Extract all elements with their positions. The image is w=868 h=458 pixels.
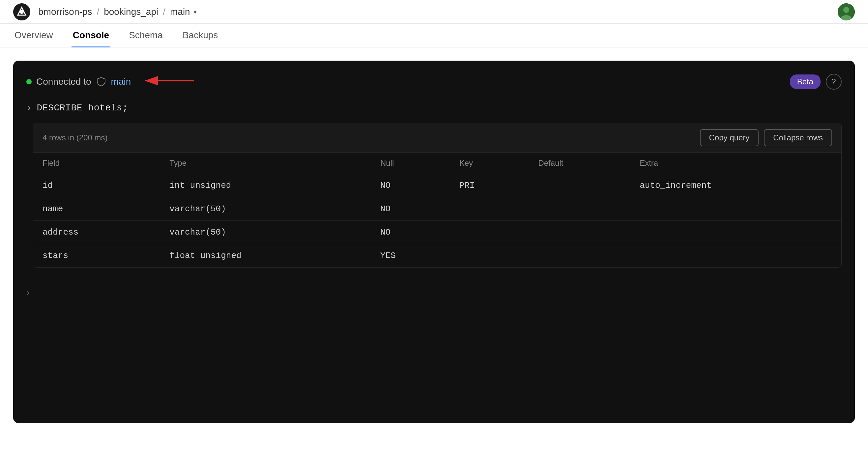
- chevron-down-icon: ▾: [193, 8, 197, 16]
- tab-schema[interactable]: Schema: [127, 30, 164, 48]
- cell-default: [529, 221, 630, 244]
- col-header-extra: Extra: [630, 153, 841, 174]
- table-row: idint unsignedNOPRIauto_increment: [33, 174, 841, 197]
- cell-type: float unsigned: [160, 244, 371, 268]
- cell-field: id: [33, 174, 160, 197]
- cell-key: [450, 197, 529, 221]
- results-meta: 4 rows in (200 ms): [42, 133, 107, 142]
- cell-null: NO: [371, 221, 450, 244]
- bottom-prompt-chevron[interactable]: ›: [26, 287, 842, 298]
- tab-backups[interactable]: Backups: [181, 30, 219, 48]
- breadcrumb-sep2: /: [163, 7, 165, 17]
- db-shield-icon: [96, 77, 106, 87]
- beta-badge: Beta: [790, 74, 820, 89]
- query-text: DESCRIBE hotels;: [37, 103, 128, 113]
- cell-null: YES: [371, 244, 450, 268]
- table-row: addressvarchar(50)NO: [33, 221, 841, 244]
- cell-field: address: [33, 221, 160, 244]
- cell-field: stars: [33, 244, 160, 268]
- table-row: starsfloat unsignedYES: [33, 244, 841, 268]
- query-line: › DESCRIBE hotels;: [26, 103, 842, 113]
- connected-dot: [26, 79, 32, 84]
- cell-field: name: [33, 197, 160, 221]
- main-content: Connected to main: [0, 48, 868, 436]
- table-header-row: Field Type Null Key Default Extra: [33, 153, 841, 174]
- collapse-rows-button[interactable]: Collapse rows: [764, 129, 832, 146]
- svg-point-3: [843, 7, 849, 13]
- breadcrumb-org[interactable]: bmorrison-ps: [38, 7, 92, 17]
- console-panel: Connected to main: [13, 61, 855, 423]
- cell-null: NO: [371, 197, 450, 221]
- col-header-field: Field: [33, 153, 160, 174]
- cell-key: [450, 221, 529, 244]
- breadcrumb: bmorrison-ps / bookings_api / main ▾: [38, 7, 197, 17]
- connected-label: Connected to: [36, 77, 91, 87]
- col-header-key: Key: [450, 153, 529, 174]
- cell-type: varchar(50): [160, 197, 371, 221]
- tabs-bar: Overview Console Schema Backups: [0, 24, 868, 48]
- cell-type: varchar(50): [160, 221, 371, 244]
- results-table: Field Type Null Key Default Extra idint …: [33, 153, 841, 267]
- col-header-type: Type: [160, 153, 371, 174]
- connection-bar: Connected to main: [26, 74, 842, 90]
- query-section: › DESCRIBE hotels; 4 rows in (200 ms) Co…: [26, 103, 842, 268]
- cell-key: PRI: [450, 174, 529, 197]
- col-header-null: Null: [371, 153, 450, 174]
- annotation-arrow: [142, 74, 194, 90]
- cell-extra: [630, 221, 841, 244]
- breadcrumb-branch[interactable]: main ▾: [170, 7, 197, 17]
- cell-default: [529, 197, 630, 221]
- cell-default: [529, 174, 630, 197]
- top-bar: bmorrison-ps / bookings_api / main ▾: [0, 0, 868, 24]
- breadcrumb-sep1: /: [97, 7, 99, 17]
- copy-query-button[interactable]: Copy query: [700, 129, 759, 146]
- results-container: 4 rows in (200 ms) Copy query Collapse r…: [33, 123, 842, 268]
- cell-default: [529, 244, 630, 268]
- cell-extra: [630, 197, 841, 221]
- table-row: namevarchar(50)NO: [33, 197, 841, 221]
- tab-console[interactable]: Console: [71, 30, 111, 48]
- results-actions: Copy query Collapse rows: [700, 129, 832, 146]
- branch-name[interactable]: main: [111, 77, 131, 87]
- avatar[interactable]: [838, 3, 855, 21]
- col-header-default: Default: [529, 153, 630, 174]
- tab-overview[interactable]: Overview: [13, 30, 54, 48]
- breadcrumb-branch-label: main: [170, 7, 190, 17]
- cell-key: [450, 244, 529, 268]
- help-button[interactable]: ?: [826, 74, 842, 90]
- breadcrumb-repo[interactable]: bookings_api: [104, 7, 158, 17]
- query-expand-icon[interactable]: ›: [26, 103, 32, 113]
- connection-status: Connected to main: [26, 74, 194, 90]
- cell-null: NO: [371, 174, 450, 197]
- svg-point-1: [20, 10, 24, 14]
- cell-type: int unsigned: [160, 174, 371, 197]
- connection-badges: Beta ?: [790, 74, 842, 90]
- app-logo[interactable]: [13, 3, 30, 21]
- cell-extra: auto_increment: [630, 174, 841, 197]
- results-header: 4 rows in (200 ms) Copy query Collapse r…: [33, 123, 841, 153]
- cell-extra: [630, 244, 841, 268]
